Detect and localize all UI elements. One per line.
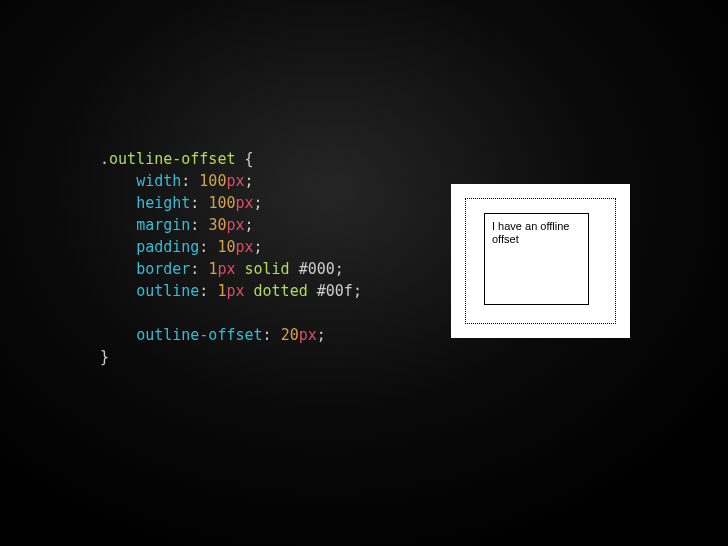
slide: .outline-offset { width: 100px; height: … (0, 0, 728, 546)
prop-width: width (136, 172, 181, 190)
prop-border: border (136, 260, 190, 278)
prop-margin: margin (136, 216, 190, 234)
demo-box: I have an offline offset (484, 213, 589, 305)
prop-padding: padding (136, 238, 199, 256)
prop-outline-offset: outline-offset (136, 326, 262, 344)
brace-open: { (235, 150, 253, 168)
demo-card: I have an offline offset (451, 184, 630, 338)
code-block: .outline-offset { width: 100px; height: … (100, 148, 362, 368)
demo-outline: I have an offline offset (465, 198, 616, 324)
selector-dot: . (100, 150, 109, 168)
prop-height: height (136, 194, 190, 212)
demo-text: I have an offline offset (492, 220, 569, 245)
prop-outline: outline (136, 282, 199, 300)
selector-name: outline-offset (109, 150, 235, 168)
brace-close: } (100, 348, 109, 366)
